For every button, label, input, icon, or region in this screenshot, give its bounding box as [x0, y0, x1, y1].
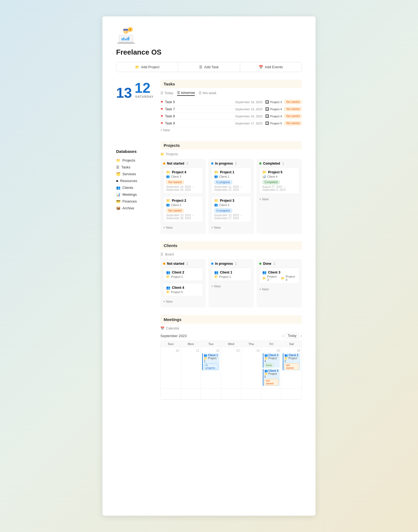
sidebar-item-services[interactable]: 🗂️ Services: [116, 171, 152, 177]
project-card-date: September 14, 2023 → September 29, 2023: [166, 185, 200, 191]
cal-date-11: 11: [182, 349, 199, 352]
add-project-new[interactable]: + New: [163, 224, 203, 231]
tasks-tab-bar: ☰ Today ☰ tomorrow ☰ this week: [160, 91, 302, 96]
cal-today-button[interactable]: Today: [285, 333, 299, 338]
today-icon: ☰: [160, 91, 163, 95]
add-task-new[interactable]: + New: [160, 127, 302, 133]
project-card-icon: 📁: [166, 198, 170, 203]
event-client: 👥 Client 3: [264, 354, 279, 357]
projects-sub-icon: 📁: [160, 152, 164, 156]
col-completed-header: Completed 1: [259, 162, 299, 165]
clients-col-in-progress: In progress 1 👥 Client 1 📁 Project 1: [208, 259, 254, 308]
client-icon: 👥: [166, 203, 170, 207]
project-card-client: 👥 Client 1: [214, 175, 248, 178]
tab-tomorrow[interactable]: ☰ tomorrow: [177, 91, 195, 96]
svg-rect-9: [125, 39, 126, 40]
status-badge: Completed: [262, 180, 280, 184]
sidebar-item-tasks[interactable]: ☰ Tasks: [116, 164, 152, 171]
cal-cell-empty: [161, 389, 181, 399]
project-icon: 🔲: [265, 121, 269, 125]
calendar-controls: ‹ Today ›: [282, 333, 302, 338]
sidebar-item-resources[interactable]: ■ Resources: [116, 177, 152, 184]
col-in-progress-header: In progress 2: [211, 162, 251, 165]
cal-date-10: 10: [162, 349, 179, 352]
cal-day-tue: Tue: [201, 341, 221, 347]
clients-board: Not started 2 👥 Client 2 📁 Project 2: [160, 259, 302, 308]
resources-icon: ■: [116, 179, 118, 183]
sidebar-item-projects[interactable]: 📁 Projects: [116, 157, 152, 164]
add-project-new-inprog[interactable]: + New: [211, 224, 251, 231]
sidebar-item-clients[interactable]: 👥 Clients: [116, 184, 152, 191]
clients-col-not-started-header: Not started 2: [163, 262, 203, 266]
col-completed: Completed 1 📁 Project 5 📊 Client 4: [257, 159, 302, 234]
status-badge: Not started: [166, 180, 184, 184]
date-widget: 13 12 SATURDAY: [116, 81, 152, 100]
add-client-new-inprog[interactable]: + New: [211, 283, 251, 290]
cal-cell-16: 16 👥 Client 2 📁 Project 2 Not started: [281, 347, 302, 388]
tab-this-week[interactable]: ☰ this week: [199, 91, 216, 96]
cal-cell-11: 11: [181, 347, 201, 388]
project-icon: 🔲: [265, 107, 269, 111]
project-card-title: 📁 Project 5: [262, 170, 296, 174]
client-icon: 👥: [214, 270, 219, 274]
col-in-progress: In progress 2 📁 Project 1 👥 Client 1: [208, 159, 254, 234]
event-client: 👥 Client 1: [204, 354, 218, 357]
svg-rect-11: [128, 37, 129, 40]
add-client-new[interactable]: + New: [163, 298, 203, 305]
cal-day-mon: Mon: [181, 341, 201, 347]
add-client-new-done[interactable]: + New: [259, 286, 299, 293]
client-icon: 👥: [166, 270, 170, 274]
tab-today[interactable]: ☰ Today: [160, 91, 173, 96]
client-project: 📁 Project 5: [166, 290, 200, 294]
client-card: 👥 Client 2 📁 Project 2: [163, 268, 203, 281]
cal-cell-14: 14: [241, 347, 261, 388]
cal-cell-empty: [241, 389, 261, 399]
tasks-section-title: Tasks: [160, 80, 302, 88]
svg-rect-10: [126, 38, 128, 40]
clients-col-done: Done 1 👥 Client 3 📁 Project 3: [257, 259, 302, 308]
project-card-title: 📁 Project 3: [214, 198, 248, 203]
cal-event-fri1[interactable]: 👥 Client 3 📁 Project 4 Done: [263, 353, 280, 368]
cal-cell-empty: [181, 389, 201, 399]
sidebar-item-finances[interactable]: 💳 Finances: [116, 198, 152, 205]
project-card-icon: 📁: [262, 170, 267, 174]
meetings-icon: 📊: [116, 192, 120, 197]
status-badge: Not started: [166, 209, 184, 213]
task-proj: 🔲 Project 3: [265, 100, 282, 104]
cal-prev-button[interactable]: ‹: [282, 334, 284, 338]
client-project: 📁 Project 3 📁 Project 4: [262, 275, 296, 281]
meetings-sub-header: 📅 Calendar: [160, 326, 302, 330]
sidebar-item-meetings[interactable]: 📊 Meetings: [116, 191, 152, 198]
sidebar-item-archive[interactable]: 📦 Archive: [116, 205, 152, 212]
add-project-new-completed[interactable]: + New: [259, 196, 299, 203]
content-area: Tasks ☰ Today ☰ tomorrow ☰ this week: [160, 80, 302, 408]
cal-event[interactable]: 👥 Client 1 📁 Project 1 In progress: [202, 353, 219, 370]
task-proj: 🔲 Project 4: [265, 107, 282, 111]
task-flag-icon: ⚑: [160, 100, 163, 104]
proj-icon2: 📁: [281, 277, 285, 280]
meetings-section: Meetings 📅 Calendar September 2023 ‹ Tod…: [160, 315, 302, 400]
dot-orange: [163, 162, 165, 165]
clients-col-not-started: Not started 2 👥 Client 2 📁 Project 2: [160, 259, 206, 308]
event-project: 📁 Project 1: [204, 357, 218, 363]
project-card-date: August 27, 2023 → September 6, 2023: [262, 185, 296, 191]
add-events-button[interactable]: 📅 Add Events: [240, 62, 302, 72]
cal-event-fri2[interactable]: 👥 Client 4 📁 Project 5 Not started: [263, 369, 280, 386]
proj-icon: 📁: [262, 277, 266, 280]
logo-image: $: [116, 27, 136, 44]
calendar-grid: Sun Mon Tue Wed Thu Fri Sat 10: [160, 341, 302, 400]
calendar-icon: 📅: [160, 326, 164, 330]
client-name: 👥 Client 1: [214, 270, 248, 274]
cal-event-sat[interactable]: 👥 Client 2 📁 Project 2 Not started: [283, 353, 300, 370]
cal-day-sun: Sun: [161, 341, 181, 347]
project-card-status: Completed: [262, 179, 296, 184]
add-project-button[interactable]: 📁 Add Project: [116, 62, 178, 72]
client-project: 📁 Project 1: [214, 275, 248, 278]
task-row: ⚑ Task 9 September 17, 2023 🔲 Project 5 …: [160, 120, 302, 127]
project-card: 📁 Project 1 👥 Client 1 In progress Septe…: [211, 168, 251, 194]
client-icon: 👥: [214, 203, 218, 207]
app-title: Freelance OS: [116, 48, 302, 57]
add-task-button[interactable]: ☰ Add Task: [178, 62, 240, 72]
task-flag-icon: ⚑: [160, 114, 163, 118]
cal-next-button[interactable]: ›: [301, 334, 302, 338]
